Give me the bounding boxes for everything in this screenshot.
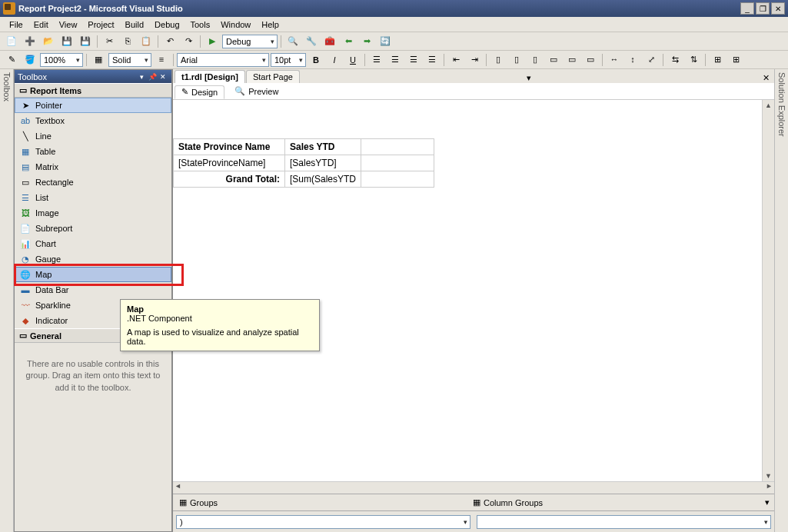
italic-button[interactable]: I	[326, 52, 343, 68]
menu-window[interactable]: Window	[216, 18, 255, 31]
menu-tools[interactable]: Tools	[186, 18, 215, 31]
align-bottoms-button[interactable]: ▭	[582, 52, 599, 68]
doc-tabs-menu-button[interactable]: ▾	[522, 73, 536, 83]
toolbox-item-subreport[interactable]: 📄 Subreport	[15, 221, 171, 236]
restore-button[interactable]: ❐	[756, 2, 770, 15]
design-surface[interactable]: State Province Name Sales YTD [StateProv…	[173, 100, 774, 481]
properties-button[interactable]: 🔧	[303, 34, 320, 49]
toolbox-button[interactable]: 🧰	[321, 34, 338, 49]
new-project-button[interactable]: 📄	[3, 34, 20, 49]
left-tab-toolbox[interactable]: Toolbox	[2, 72, 12, 101]
align-centers-button[interactable]: ▯	[508, 52, 525, 68]
align-tops-button[interactable]: ▭	[545, 52, 562, 68]
copy-button[interactable]: ⎘	[119, 34, 136, 49]
border-width-button[interactable]: ≡	[153, 52, 170, 68]
same-width-button[interactable]: ↔	[606, 52, 623, 68]
zoom-combo[interactable]: 100%	[40, 53, 83, 67]
find-button[interactable]: 🔍	[284, 34, 301, 49]
nav-fwd-button[interactable]: ➡	[358, 34, 375, 49]
align-justify-button[interactable]: ☰	[424, 52, 441, 68]
menu-help[interactable]: Help	[257, 18, 284, 31]
undo-button[interactable]: ↶	[161, 34, 178, 49]
paste-button[interactable]: 📋	[138, 34, 155, 49]
toolbox-group-report-items[interactable]: ▭ Report Items	[15, 83, 171, 98]
menu-debug[interactable]: Debug	[150, 18, 184, 31]
align-middles-button[interactable]: ▭	[564, 52, 580, 68]
table-footer-cell[interactable]: [Sum(SalesYTD	[285, 171, 361, 188]
indent-button[interactable]: ⇥	[466, 52, 483, 68]
save-button[interactable]: 💾	[58, 34, 75, 49]
align-lefts-button[interactable]: ▯	[490, 52, 507, 68]
toolbox-item-pointer[interactable]: ➤ Pointer	[15, 98, 171, 113]
font-size-combo[interactable]: 10pt	[271, 53, 306, 67]
table-header-row[interactable]: State Province Name Sales YTD	[174, 139, 434, 155]
report-table[interactable]: State Province Name Sales YTD [StateProv…	[173, 138, 434, 188]
toolbox-pin-button[interactable]: 📌	[147, 71, 158, 82]
border-style-combo[interactable]: Solid	[108, 53, 151, 67]
toolbox-close-button[interactable]: ✕	[158, 71, 168, 82]
menu-build[interactable]: Build	[121, 18, 148, 31]
outdent-button[interactable]: ⇤	[447, 52, 464, 68]
row-group-field[interactable]: )	[176, 515, 470, 529]
menu-edit[interactable]: Edit	[29, 18, 53, 31]
align-center-button[interactable]: ☰	[387, 52, 404, 68]
table-footer-row[interactable]: Grand Total: [Sum(SalesYTD	[174, 171, 434, 188]
table-header-cell[interactable]: Sales YTD	[285, 139, 361, 155]
redo-button[interactable]: ↷	[180, 34, 197, 49]
sync-button[interactable]: 🔄	[377, 34, 394, 49]
table-header-cell[interactable]	[361, 139, 434, 155]
toolbox-item-list[interactable]: ☰ List	[15, 190, 171, 205]
underline-button[interactable]: U	[344, 52, 361, 68]
cut-button[interactable]: ✂	[101, 34, 118, 49]
close-button[interactable]: ✕	[771, 2, 785, 15]
space-v-button[interactable]: ⇅	[685, 52, 702, 68]
align-rights-button[interactable]: ▯	[527, 52, 544, 68]
open-button[interactable]: 📂	[40, 34, 57, 49]
menu-view[interactable]: View	[55, 18, 82, 31]
center-h-button[interactable]: ⊞	[709, 52, 726, 68]
fill-color-button[interactable]: 🪣	[22, 52, 38, 68]
menu-project[interactable]: Project	[83, 18, 118, 31]
font-combo[interactable]: Arial	[177, 53, 269, 67]
toolbox-item-map[interactable]: 🌐 Map	[15, 267, 171, 282]
column-group-field[interactable]	[477, 515, 771, 529]
horizontal-scrollbar[interactable]	[173, 481, 774, 494]
right-tab-solution-explorer[interactable]: Solution Explorer	[777, 72, 786, 529]
toolbox-dropdown-button[interactable]: ▾	[136, 71, 147, 82]
vertical-scrollbar[interactable]	[762, 100, 774, 481]
add-item-button[interactable]: ➕	[22, 34, 38, 49]
toolbox-item-line[interactable]: ╲ Line	[15, 128, 171, 144]
run-button[interactable]: ▶	[204, 34, 221, 49]
toolbox-item-chart[interactable]: 📊 Chart	[15, 236, 171, 251]
menu-file[interactable]: File	[5, 18, 28, 31]
center-v-button[interactable]: ⊞	[727, 52, 744, 68]
same-height-button[interactable]: ↕	[624, 52, 641, 68]
same-size-button[interactable]: ⤢	[643, 52, 660, 68]
table-cell[interactable]: [SalesYTD]	[285, 155, 361, 171]
border-color-button[interactable]: ✎	[3, 52, 20, 68]
save-all-button[interactable]: 💾	[77, 34, 94, 49]
table-footer-cell[interactable]: Grand Total:	[174, 171, 285, 188]
doc-tab-start[interactable]: Start Page	[246, 70, 300, 83]
bold-button[interactable]: B	[308, 52, 324, 68]
table-header-cell[interactable]: State Province Name	[174, 139, 285, 155]
table-cell[interactable]	[361, 155, 434, 171]
toolbox-item-gauge[interactable]: ◔ Gauge	[15, 251, 171, 267]
table-footer-cell[interactable]	[361, 171, 434, 188]
space-h-button[interactable]: ⇆	[667, 52, 683, 68]
toolbox-item-image[interactable]: 🖼 Image	[15, 205, 171, 221]
toolbox-item-table[interactable]: ▦ Table	[15, 144, 171, 159]
table-cell[interactable]: [StateProvinceName]	[174, 155, 285, 171]
doc-tab-report[interactable]: t1.rdl [Design]	[175, 70, 245, 83]
left-dock-strip[interactable]: Toolbox	[0, 69, 14, 532]
doc-close-button[interactable]: ✕	[758, 73, 774, 83]
nav-back-button[interactable]: ⬅	[340, 34, 357, 49]
groups-menu-button[interactable]: ▾	[760, 497, 774, 507]
align-right-button[interactable]: ☰	[405, 52, 422, 68]
config-combo[interactable]: Debug	[222, 35, 278, 48]
borders-button[interactable]: ▦	[90, 52, 107, 68]
minimize-button[interactable]: _	[740, 2, 754, 15]
view-tab-design[interactable]: ✎ Design	[175, 85, 224, 99]
toolbox-item-textbox[interactable]: ab Textbox	[15, 113, 171, 128]
table-detail-row[interactable]: [StateProvinceName] [SalesYTD]	[174, 155, 434, 171]
